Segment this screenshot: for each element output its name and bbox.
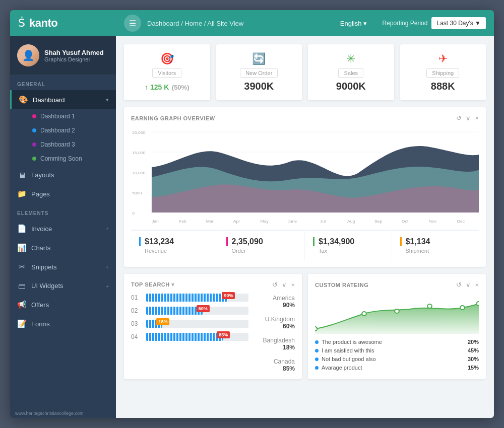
refresh-icon[interactable]: ↺ [456,281,462,289]
plus-icon: + [106,226,109,232]
svg-text:June: June [288,219,297,224]
period-button[interactable]: Last 30 Day's ▼ [431,17,486,29]
graph-title: EARNING GRAPH OVERVIEW [131,115,456,121]
sidebar-item-dashboard3[interactable]: Dashboard 3 [28,137,116,152]
stats-row: $13,234 Revenue 2,35,090 Order $1,34,900… [131,230,479,260]
sidebar-item-dashboard[interactable]: 🎨 Dashboard ▾ [10,90,116,109]
bar-fill: 85% [146,333,223,341]
rating-dot [315,349,319,352]
svg-point-22 [315,327,317,331]
svg-text:5000: 5000 [132,190,142,195]
rating-pct: 20% [468,339,479,345]
user-info: Shah Yusuf Ahmed Graphics Designer [44,49,104,62]
refresh-icon[interactable]: ↺ [272,281,278,289]
country-row-3: Bangladesh 18% [255,337,295,351]
dashboard1-label: Dashboard 1 [40,113,75,120]
breadcrumb: Dashboard / Home / All Site View [147,20,340,27]
visitors-change-pct: (50%) [172,84,190,91]
dot-icon [32,114,36,118]
rating-pct: 15% [468,365,479,371]
snippets-icon: ✂ [17,262,26,271]
svg-text:Jul: Jul [320,219,326,224]
bar-badge: 85% [217,331,230,338]
sidebar-item-layouts[interactable]: 🖥 Layouts [10,166,116,184]
close-icon[interactable]: × [475,114,479,122]
close-icon[interactable]: × [475,281,479,289]
charts-icon: 📊 [17,243,26,252]
dashboard3-label: Dashboard 3 [40,141,75,148]
bar-track: 60% [146,307,248,315]
close-icon[interactable]: × [291,281,295,289]
bar-badge: 18% [156,318,169,325]
search-row-1: 01 90% [131,294,248,302]
sidebar-item-ui-widgets[interactable]: 🗃 UI Widgets + [10,276,116,295]
order-label: Order [226,248,297,254]
bar-badge: 90% [222,292,235,299]
svg-text:20,000: 20,000 [132,130,146,135]
rating-dot [315,358,319,361]
svg-point-27 [477,302,479,306]
ui-widgets-icon: 🗃 [17,281,26,290]
top-search-title: TOP SEARCH ▾ [131,281,272,288]
sidebar-item-invoice[interactable]: 📄 Invoice + [10,219,116,238]
bar-badge: 60% [197,305,210,312]
pages-icon: 📁 [17,189,26,198]
chevron-down-icon[interactable]: ∨ [282,281,287,289]
sidebar-item-offers[interactable]: 📢 Offers [10,295,116,314]
avatar-image: 👤 [17,44,39,66]
offers-icon: 📢 [17,300,26,309]
shipping-icon: ✈ [438,52,448,65]
refresh-icon[interactable]: ↺ [456,114,462,122]
rating-item-3: Not bad but good also 30% [315,356,479,362]
sidebar-item-pages[interactable]: 📁 Pages [10,184,116,203]
stat-card-shipping: ✈ Shipping 888K [400,44,486,100]
sidebar: 👤 Shah Yusuf Ahmed Graphics Designer GEN… [10,36,116,418]
country-row-2: U.Kingdom 60% [255,316,295,330]
bar-track: 18% [146,320,248,328]
country-row-4: Canada 85% [255,358,295,372]
search-row-2: 02 60% [131,307,248,315]
top-search-dropdown-icon[interactable]: ▾ [171,281,175,288]
rating-label: Not bad but good also [322,356,465,362]
logo-icon: Ṡ [18,17,25,30]
sidebar-item-snippets[interactable]: ✂ Snippets + [10,257,116,276]
stats-row-order: 2,35,090 Order [218,231,305,260]
bottom-row: TOP SEARCH ▾ ↺ ∨ × 01 [124,274,486,379]
invoice-label: Invoice [31,225,52,233]
chevron-down-icon[interactable]: ∨ [466,114,471,122]
language-label: English [340,20,362,27]
svg-text:May: May [261,219,269,224]
svg-text:Feb: Feb [179,219,186,224]
sidebar-item-charts[interactable]: 📊 Charts [10,238,116,257]
sidebar-item-dashboard1[interactable]: Dashboard 1 [28,109,116,123]
chevron-down-icon[interactable]: ∨ [466,281,471,289]
rating-dot [315,340,319,344]
revenue-value: $13,234 [139,237,210,246]
top-search-actions: ↺ ∨ × [272,281,295,289]
top-navbar: Ṡ kanto ☰ Dashboard / Home / All Site Vi… [10,10,494,36]
rating-item-2: I am saisfied with this 45% [315,347,479,353]
svg-text:Aug: Aug [347,219,355,224]
pages-label: Pages [31,190,50,198]
visitors-icon: 🎯 [160,52,174,65]
country-pct: 90% [283,302,295,309]
sidebar-item-dashboard2[interactable]: Dashboard 2 [28,123,116,137]
sidebar-item-coming-soon[interactable]: Comming Soon [28,152,116,166]
sidebar-item-forms[interactable]: 📝 Forms [10,314,116,333]
custom-rating-card: CUSTOM RATEING ↺ ∨ × [308,274,486,379]
search-row-4: 04 85% [131,333,248,341]
menu-button[interactable]: ☰ [124,15,141,32]
language-selector[interactable]: English ▾ [340,20,367,27]
bar-fill: 90% [146,294,228,302]
shipping-value: 888K [431,81,455,92]
sales-value: 9000K [336,81,366,92]
shipment-label: Shipment [400,248,471,254]
svg-text:0: 0 [132,210,135,216]
stats-row-revenue: $13,234 Revenue [131,231,218,260]
dot-icon [32,128,36,132]
new-order-icon: 🔄 [252,52,266,65]
svg-text:Oct: Oct [402,219,409,224]
country-row-1: America 90% [255,295,295,309]
rating-chart [315,294,479,334]
bar-track: 85% [146,333,248,341]
